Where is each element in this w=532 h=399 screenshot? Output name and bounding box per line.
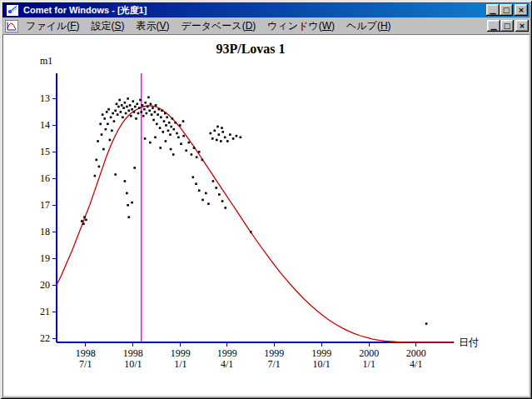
y-tick-label: 21 — [40, 306, 50, 317]
mdi-window-controls: ▁□× — [487, 20, 529, 32]
data-point — [225, 207, 227, 209]
data-point — [142, 115, 145, 117]
close-button[interactable]: × — [515, 4, 528, 16]
data-point — [177, 137, 180, 139]
data-point — [221, 127, 223, 129]
data-point — [170, 148, 172, 151]
data-point — [196, 156, 198, 158]
maximize-button[interactable]: □ — [500, 4, 513, 16]
data-point — [94, 175, 97, 177]
data-point — [132, 100, 135, 102]
data-point — [218, 133, 221, 136]
minimize-icon: ▁ — [490, 7, 496, 14]
data-point — [167, 130, 170, 132]
y-tick-label: 19 — [40, 252, 50, 264]
chart-client-area: 1314151617181920212219987/1199810/119991… — [2, 34, 530, 397]
data-point — [126, 106, 128, 108]
data-point — [120, 111, 122, 113]
minimize-button[interactable]: ▁ — [486, 4, 500, 16]
data-point — [109, 139, 112, 142]
data-point — [150, 103, 152, 106]
data-point — [179, 124, 181, 127]
data-point — [163, 120, 166, 122]
data-point — [157, 113, 159, 116]
x-tick-label-year: 1999 — [171, 347, 191, 359]
data-point — [168, 122, 171, 124]
data-point — [82, 222, 85, 225]
x-tick-label-date: 10/1 — [124, 358, 142, 370]
data-point — [107, 123, 109, 126]
data-point — [147, 106, 149, 108]
data-point — [216, 139, 218, 142]
data-point — [159, 147, 162, 149]
data-point — [131, 108, 133, 111]
data-point — [210, 132, 212, 135]
data-point — [138, 107, 141, 109]
data-point — [218, 193, 221, 196]
data-point — [182, 135, 185, 137]
y-tick-label: 17 — [40, 199, 50, 211]
data-point — [193, 147, 196, 149]
data-point — [144, 102, 147, 104]
menu-item-settings[interactable]: 設定(S) — [85, 17, 130, 36]
data-point — [198, 189, 201, 192]
data-point — [191, 153, 193, 156]
chart-window-icon[interactable] — [5, 20, 18, 32]
title-bar[interactable]: Comet for Windows - [光度1] ▁□× — [2, 2, 530, 17]
x-tick-label-year: 1999 — [311, 347, 331, 359]
data-point — [205, 192, 207, 195]
data-point — [143, 108, 146, 111]
data-point — [160, 117, 162, 119]
menu-item-file[interactable]: ファイル(F) — [20, 17, 85, 36]
data-point — [112, 112, 114, 115]
data-point — [180, 142, 182, 145]
data-point — [102, 148, 105, 151]
mdi-minimize-button[interactable]: ▁ — [487, 20, 500, 32]
mdi-close-button[interactable]: × — [515, 20, 529, 32]
data-point — [118, 99, 121, 102]
y-tick-label: 18 — [40, 226, 50, 237]
y-tick-label: 20 — [40, 279, 50, 291]
data-point — [215, 187, 217, 189]
data-point — [211, 137, 214, 140]
data-point — [146, 112, 148, 115]
data-point — [185, 149, 187, 152]
app-icon[interactable] — [6, 4, 19, 17]
data-point — [134, 106, 137, 108]
data-point — [131, 202, 133, 204]
data-point — [117, 113, 119, 116]
data-point — [124, 180, 127, 182]
y-tick-label: 13 — [40, 92, 50, 104]
data-point — [128, 216, 131, 218]
data-point — [207, 202, 210, 205]
y-axis-title: m1 — [40, 55, 52, 67]
x-tick-label-date: 1/1 — [174, 358, 186, 370]
x-tick-label-date: 1/1 — [363, 358, 375, 370]
mdi-restore-icon: □ — [504, 22, 511, 30]
data-point — [99, 123, 102, 126]
data-point — [164, 112, 167, 115]
window-title: Comet for Windows - [光度1] — [23, 4, 486, 17]
data-point — [83, 216, 86, 218]
data-point — [102, 113, 104, 116]
data-point — [116, 103, 118, 106]
data-point — [195, 182, 197, 185]
x-tick-label-date: 7/1 — [267, 358, 280, 370]
menu-item-window[interactable]: ウィンドウ(W) — [261, 17, 341, 36]
data-point — [107, 108, 110, 111]
mdi-restore-button[interactable]: □ — [500, 20, 514, 32]
data-point — [148, 110, 151, 112]
data-point — [240, 137, 242, 139]
menu-item-help[interactable]: ヘルプ(H) — [341, 17, 397, 36]
data-point — [154, 111, 157, 113]
x-axis-title: 日付 — [459, 337, 479, 348]
menu-item-database[interactable]: データベース(D) — [176, 17, 262, 36]
data-point — [224, 137, 226, 139]
menu-item-view[interactable]: 表示(V) — [130, 17, 175, 36]
data-point — [147, 97, 150, 99]
window-controls: ▁□× — [486, 4, 528, 16]
x-tick-label-year: 2000 — [359, 347, 379, 359]
data-point — [142, 104, 144, 107]
data-point — [144, 137, 147, 140]
close-icon: × — [518, 7, 525, 14]
